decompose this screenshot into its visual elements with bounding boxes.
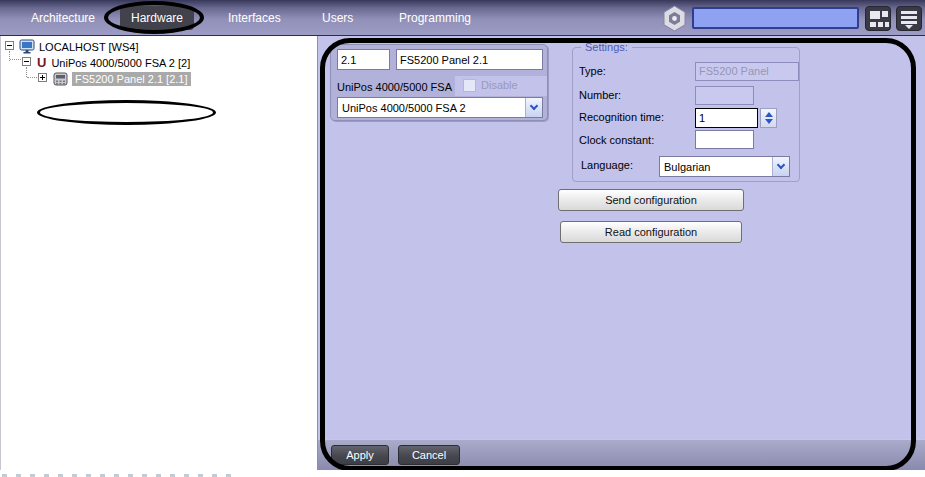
disable-zone: Disable: [455, 76, 547, 96]
language-dropdown-value: Bulgarian: [660, 161, 772, 173]
read-configuration-button[interactable]: Read configuration: [560, 221, 742, 243]
settings-groupbox: Settings: Type: FS5200 Panel Number: Rec…: [572, 47, 800, 182]
recognition-time-field[interactable]: [695, 108, 758, 128]
chevron-down-icon[interactable]: [525, 98, 542, 117]
disable-label: Disable: [481, 79, 518, 91]
spinner-up-icon[interactable]: [765, 112, 773, 117]
tree-node-fs5200[interactable]: FS5200 Panel 2.1 [2.1]: [53, 70, 191, 87]
recognition-time-spinner[interactable]: [760, 108, 777, 128]
menu-item-architecture[interactable]: Architecture: [31, 11, 95, 25]
recognition-time-label: Recognition time:: [579, 111, 664, 123]
chevron-down-icon[interactable]: [772, 157, 789, 176]
menu-item-programming[interactable]: Programming: [399, 11, 471, 25]
spinner-down-icon[interactable]: [765, 119, 773, 124]
type-field: FS5200 Panel: [695, 62, 799, 81]
tree-node-unipos[interactable]: U UniPos 4000/5000 FSA 2 [2]: [37, 54, 190, 71]
panel-icon: [53, 72, 68, 86]
tree-expander-collapse[interactable]: [22, 57, 31, 66]
parent-type-label: UniPos 4000/5000 FSA: [337, 81, 452, 93]
number-label: Number:: [579, 89, 621, 101]
top-menu-bar: Architecture Hardware Interfaces Users P…: [0, 0, 925, 36]
settings-group-title: Settings:: [581, 41, 632, 53]
unipos-u-icon: U: [37, 55, 46, 70]
parent-dropdown-value: UniPos 4000/5000 FSA 2: [338, 102, 525, 114]
device-settings-panel: UniPos 4000/5000 FSA Disable UniPos 4000…: [318, 36, 925, 470]
tree-node-label: LOCALHOST [WS4]: [39, 41, 138, 53]
language-dropdown[interactable]: Bulgarian: [659, 156, 790, 177]
clock-constant-field[interactable]: [695, 130, 754, 149]
clock-constant-label: Clock constant:: [579, 134, 654, 146]
object-id-field[interactable]: [337, 49, 390, 70]
disable-checkbox[interactable]: [463, 79, 476, 92]
monitor-icon: [19, 39, 35, 54]
object-name-field[interactable]: [396, 49, 543, 70]
number-field: [695, 86, 754, 105]
type-label: Type:: [579, 65, 606, 77]
tree-connector: [10, 59, 21, 60]
send-configuration-button[interactable]: Send configuration: [558, 189, 744, 211]
object-tree-panel: LOCALHOST [WS4] U UniPos 4000/5000 FSA 2…: [0, 36, 318, 470]
tree-node-localhost[interactable]: LOCALHOST [WS4]: [19, 38, 138, 55]
parent-dropdown[interactable]: UniPos 4000/5000 FSA 2: [337, 97, 543, 118]
tree-expander-collapse[interactable]: [5, 41, 14, 50]
menu-item-hardware[interactable]: Hardware: [120, 6, 194, 30]
tree-node-label-selected: FS5200 Panel 2.1 [2.1]: [72, 72, 191, 86]
search-input[interactable]: [692, 7, 859, 29]
layout-grid-icon[interactable]: [865, 6, 891, 31]
cancel-button[interactable]: Cancel: [398, 445, 460, 465]
tree-node-label: UniPos 4000/5000 FSA 2 [2]: [51, 57, 190, 69]
apply-button[interactable]: Apply: [331, 445, 389, 465]
identity-subpanel: UniPos 4000/5000 FSA Disable UniPos 4000…: [330, 44, 548, 121]
menu-item-interfaces[interactable]: Interfaces: [228, 11, 281, 25]
menu-item-users[interactable]: Users: [322, 11, 353, 25]
annotation-circle-tree-item: [37, 100, 216, 125]
module-hex-icon[interactable]: [661, 5, 688, 32]
hamburger-menu-icon[interactable]: [896, 6, 922, 31]
tree-connector: [26, 67, 27, 77]
action-bar: Apply Cancel: [318, 439, 925, 470]
tree-connector: [27, 77, 37, 78]
language-label: Language:: [581, 159, 633, 171]
tree-expander-expand[interactable]: [38, 73, 47, 82]
application-window: Architecture Hardware Interfaces Users P…: [0, 0, 925, 477]
